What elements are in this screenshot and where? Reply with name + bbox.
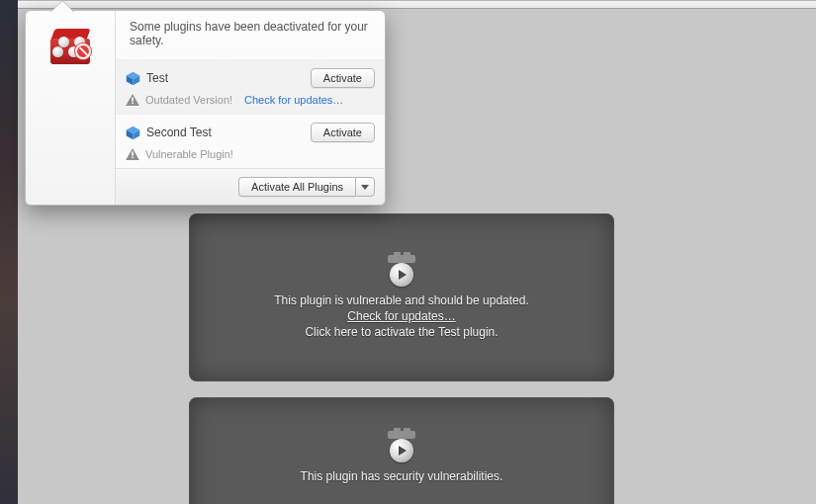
plugin-name: Second Test	[146, 126, 311, 139]
plugin-status-text: Vulnerable Plugin!	[145, 148, 233, 160]
plugin-placeholder[interactable]: This plugin has security vulnerabilities…	[189, 397, 614, 504]
activate-all-button[interactable]: Activate All Plugins	[238, 177, 355, 197]
activate-button[interactable]: Activate	[311, 123, 375, 142]
toolbar	[18, 1, 816, 9]
activate-button[interactable]: Activate	[311, 68, 375, 88]
popover-arrow	[50, 1, 74, 13]
placeholder-warning-text: This plugin has security vulnerabilities…	[189, 468, 614, 484]
plugin-status-text: Outdated Version!	[145, 94, 232, 106]
plugin-blocked-icon	[46, 25, 94, 68]
blocked-plugin-icon	[384, 255, 419, 287]
svg-rect-4	[132, 97, 134, 101]
placeholder-update-link[interactable]: Check for updates…	[347, 309, 455, 323]
popover-footer: Activate All Plugins	[116, 168, 385, 205]
activate-all-dropdown[interactable]	[355, 177, 375, 197]
plugin-placeholder[interactable]: This plugin is vulnerable and should be …	[189, 213, 614, 381]
svg-rect-11	[132, 157, 134, 159]
warning-icon	[126, 148, 139, 160]
plugin-row: Second Test Activate Vulnerable Plugin!	[116, 114, 385, 168]
svg-rect-10	[132, 151, 134, 155]
placeholder-warning-text: This plugin is vulnerable and should be …	[189, 293, 614, 308]
plugin-icon	[126, 126, 140, 140]
plugin-name: Test	[146, 71, 311, 85]
plugin-popover: Some plugins have been deactivated for y…	[25, 10, 386, 206]
popover-message: Some plugins have been deactivated for y…	[116, 11, 385, 59]
blocked-plugin-icon	[384, 431, 419, 462]
plugin-row: Test Activate Outdated Version! Check fo…	[116, 59, 385, 114]
warning-icon	[126, 94, 139, 106]
plugin-icon	[126, 71, 140, 86]
desktop-background	[0, 0, 18, 504]
svg-rect-5	[132, 103, 134, 105]
placeholder-activate-hint: Click here to activate the Test plugin.	[189, 324, 614, 340]
check-updates-link[interactable]: Check for updates…	[244, 94, 343, 106]
chevron-down-icon	[361, 185, 369, 190]
